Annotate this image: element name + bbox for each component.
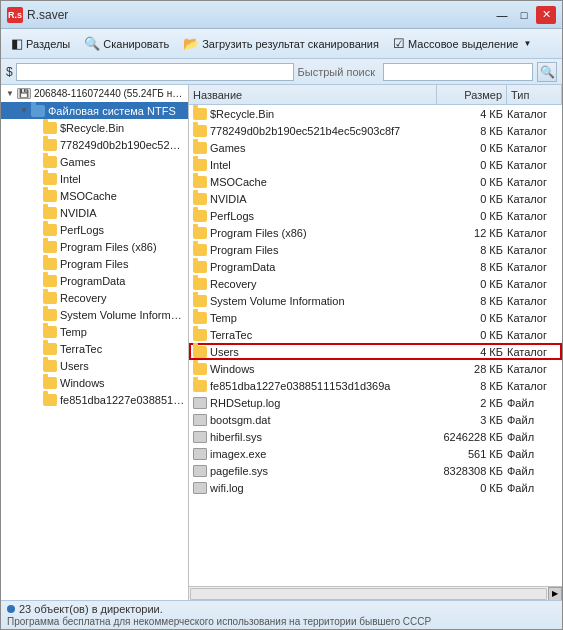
file-size: 28 КБ — [437, 363, 507, 375]
file-size: 0 КБ — [437, 142, 507, 154]
tree-item-perflogs[interactable]: PerfLogs — [1, 221, 188, 238]
tree-item-msocache[interactable]: MSOCache — [1, 187, 188, 204]
close-button[interactable]: ✕ — [536, 6, 556, 24]
folder-icon — [43, 122, 57, 134]
horizontal-scrollbar[interactable]: ▶ — [189, 586, 562, 600]
scan-button[interactable]: 🔍 Сканировать — [78, 33, 175, 54]
folder-icon — [193, 244, 207, 256]
minimize-button[interactable]: — — [492, 6, 512, 24]
tree-item-windows[interactable]: Windows — [1, 374, 188, 391]
path-input[interactable] — [16, 63, 294, 81]
folder-icon — [43, 377, 57, 389]
tree-item-778[interactable]: 778249d0b2b190ec521b4ec5c — [1, 136, 188, 153]
file-name: Program Files — [210, 244, 437, 256]
file-type: Каталог — [507, 312, 562, 324]
file-row[interactable]: Recovery0 КБКаталог — [189, 275, 562, 292]
file-row[interactable]: Windows28 КБКаталог — [189, 360, 562, 377]
tree-item-recycle[interactable]: $Recycle.Bin — [1, 119, 188, 136]
tree-item-progfiles[interactable]: Program Files — [1, 255, 188, 272]
file-size: 0 КБ — [437, 482, 507, 494]
folder-icon — [43, 275, 57, 287]
tree-item-sysvolinfo[interactable]: System Volume Information — [1, 306, 188, 323]
file-row[interactable]: Temp0 КБКаталог — [189, 309, 562, 326]
tree-item-users[interactable]: Users — [1, 357, 188, 374]
file-row[interactable]: System Volume Information8 КБКаталог — [189, 292, 562, 309]
search-bar: $ Быстрый поиск 🔍 — [1, 59, 562, 85]
folder-icon — [43, 292, 57, 304]
quick-search-input[interactable] — [383, 63, 533, 81]
tree-item-label: NVIDIA — [60, 207, 186, 219]
tree-item-progfiles86[interactable]: Program Files (x86) — [1, 238, 188, 255]
file-row[interactable]: ProgramData8 КБКаталог — [189, 258, 562, 275]
folder-icon — [43, 173, 57, 185]
load-scan-button[interactable]: 📂 Загрузить результат сканирования — [177, 33, 385, 54]
mass-select-button[interactable]: ☑ Массовое выделение ▼ — [387, 33, 537, 54]
file-row[interactable]: Program Files (x86)12 КБКаталог — [189, 224, 562, 241]
folder-icon — [193, 125, 207, 137]
file-type: Файл — [507, 414, 562, 426]
file-panel: Название Размер Тип $Recycle.Bin4 КБКата… — [189, 85, 562, 600]
status-bar: 23 объект(ов) в директории. Программа бе… — [1, 600, 562, 629]
file-icon — [193, 482, 207, 494]
column-type[interactable]: Тип — [507, 85, 562, 104]
folder-icon — [193, 210, 207, 222]
file-row[interactable]: RHDSetup.log2 КБФайл — [189, 394, 562, 411]
file-name: wifi.log — [210, 482, 437, 494]
expand-icon: ▼ — [3, 87, 17, 101]
tree-item-label: Файловая система NTFS — [48, 105, 186, 117]
file-row[interactable]: Intel0 КБКаталог — [189, 156, 562, 173]
file-row[interactable]: PerfLogs0 КБКаталог — [189, 207, 562, 224]
search-input-wrap: $ — [6, 63, 294, 81]
tree-item-ntfs[interactable]: ▼ Файловая система NTFS — [1, 102, 188, 119]
file-list: $Recycle.Bin4 КБКаталог778249d0b2b190ec5… — [189, 105, 562, 586]
file-row[interactable]: MSOCache0 КБКаталог — [189, 173, 562, 190]
tree-item-programdata[interactable]: ProgramData — [1, 272, 188, 289]
folder-icon — [43, 394, 57, 406]
folder-icon — [193, 380, 207, 392]
folder-icon — [43, 156, 57, 168]
file-row[interactable]: bootsgm.dat3 КБФайл — [189, 411, 562, 428]
file-row[interactable]: 778249d0b2b190ec521b4ec5c903c8f78 КБКата… — [189, 122, 562, 139]
tree-item-games[interactable]: Games — [1, 153, 188, 170]
file-row[interactable]: TerraTec0 КБКаталог — [189, 326, 562, 343]
file-name: imagex.exe — [210, 448, 437, 460]
tree-item-terratec[interactable]: TerraTec — [1, 340, 188, 357]
file-row[interactable]: fe851dba1227e0388511153d1d369a8 КБКатало… — [189, 377, 562, 394]
file-row[interactable]: imagex.exe561 КБФайл — [189, 445, 562, 462]
partitions-icon: ◧ — [11, 36, 23, 51]
maximize-button[interactable]: □ — [514, 6, 534, 24]
tree-item-label: Windows — [60, 377, 186, 389]
tree-item-nvidia[interactable]: NVIDIA — [1, 204, 188, 221]
folder-icon — [43, 343, 57, 355]
file-row[interactable]: pagefile.sys8328308 КБФайл — [189, 462, 562, 479]
tree-item-recovery[interactable]: Recovery — [1, 289, 188, 306]
file-row[interactable]: Users4 КБКаталог — [189, 343, 562, 360]
tree-item-temp[interactable]: Temp — [1, 323, 188, 340]
file-row[interactable]: NVIDIA0 КБКаталог — [189, 190, 562, 207]
column-name[interactable]: Название — [189, 85, 437, 104]
column-size[interactable]: Размер — [437, 85, 507, 104]
tree-item-drive[interactable]: ▼ 💾 206848-116072440 (55.24ГБ на Drive — [1, 85, 188, 102]
file-row[interactable]: wifi.log0 КБФайл — [189, 479, 562, 496]
file-size: 8 КБ — [437, 125, 507, 137]
tree-item-fe851[interactable]: fe851dba1227e0388511153d1 — [1, 391, 188, 408]
file-row[interactable]: $Recycle.Bin4 КБКаталог — [189, 105, 562, 122]
file-row[interactable]: hiberfil.sys6246228 КБФайл — [189, 428, 562, 445]
tree-item-intel[interactable]: Intel — [1, 170, 188, 187]
file-size: 8328308 КБ — [437, 465, 507, 477]
file-size: 561 КБ — [437, 448, 507, 460]
tree-item-label: Temp — [60, 326, 186, 338]
partitions-button[interactable]: ◧ Разделы — [5, 33, 76, 54]
folder-blue-icon — [31, 105, 45, 117]
expand-icon — [29, 121, 43, 135]
folder-icon — [43, 309, 57, 321]
scroll-right-button[interactable]: ▶ — [548, 587, 562, 601]
search-button[interactable]: 🔍 — [537, 62, 557, 82]
status-line-1: 23 объект(ов) в директории. — [7, 603, 556, 615]
file-row[interactable]: Program Files8 КБКаталог — [189, 241, 562, 258]
file-size: 8 КБ — [437, 380, 507, 392]
search-symbol: $ — [6, 65, 13, 79]
tree-item-label: Program Files — [60, 258, 186, 270]
file-row[interactable]: Games0 КБКаталог — [189, 139, 562, 156]
file-name: RHDSetup.log — [210, 397, 437, 409]
